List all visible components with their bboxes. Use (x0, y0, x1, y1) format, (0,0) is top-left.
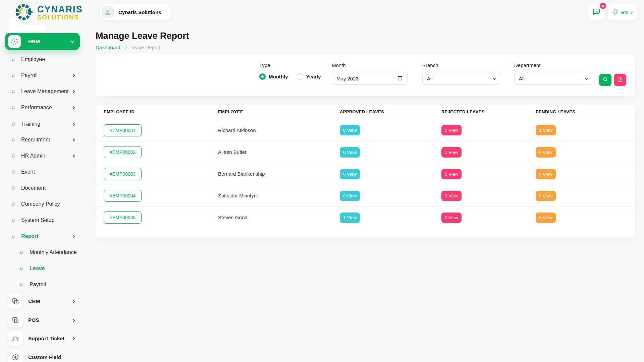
employee-id-button[interactable]: #EMP00003 (104, 168, 142, 180)
employee-id-button[interactable]: #EMP00001 (104, 124, 142, 136)
notifications-button[interactable]: 0 (588, 4, 604, 20)
department-select[interactable]: All (514, 72, 592, 85)
breadcrumb-current: Leave Report (130, 45, 160, 50)
month-input[interactable]: May 2023 (332, 72, 408, 85)
filter-panel: Type Monthly Yearly Month May 2023 (96, 54, 635, 96)
table-row: #EMP00005 Steven Good 1 View 0 View 0 Vi… (96, 206, 635, 228)
brand-logo: CYNARIS SOLUTIONS (15, 3, 83, 23)
chevron-right-icon (72, 318, 75, 322)
sidebar-item-company-policy[interactable]: Company Policy (0, 199, 87, 209)
sidebar-module-support-ticket[interactable]: Support Ticket (0, 330, 87, 347)
sidebar-item-leave-management[interactable]: Leave Management (0, 86, 87, 97)
overlapping-squares-icon (8, 294, 23, 309)
approved-leaves-badge[interactable]: 1 View (340, 213, 360, 223)
table-header-row: Employee ID Employee Approved Leaves Rej… (96, 105, 635, 119)
sidebar-item-report[interactable]: Report (0, 231, 87, 241)
chevron-right-icon (72, 235, 75, 238)
sidebar-item-system-setup[interactable]: System Setup (0, 215, 87, 225)
sidebar-item-monthly-attendance[interactable]: Monthly Attendance (0, 247, 87, 257)
breadcrumb-dashboard-link[interactable]: Dashboard (96, 45, 120, 50)
bullet-dot-icon (12, 154, 15, 158)
pending-leaves-badge[interactable]: 0 View (536, 147, 556, 158)
approved-leaves-badge[interactable]: 0 View (340, 191, 360, 201)
bullet-dot-icon (12, 219, 15, 222)
pending-leaves-badge[interactable]: 1 View (536, 125, 556, 135)
headset-icon (8, 331, 23, 346)
search-icon (602, 76, 608, 83)
column-header-approved-leaves: Approved Leaves (332, 109, 433, 114)
calendar-icon[interactable] (397, 75, 403, 82)
chevron-down-icon (493, 76, 496, 80)
bullet-dot-icon (20, 251, 23, 254)
chevron-right-icon (72, 74, 75, 77)
language-code: EN (621, 10, 628, 15)
page-title: Manage Leave Report (96, 31, 189, 41)
sidebar-item-training[interactable]: Training (0, 119, 87, 129)
sidebar-module-custom-field[interactable]: Custom Field (0, 349, 87, 362)
export-button[interactable] (614, 74, 626, 86)
rejected-leaves-badge[interactable]: 0 View (441, 191, 462, 201)
bullet-dot-icon (12, 58, 15, 61)
file-export-icon (617, 76, 623, 83)
overlapping-squares-icon (8, 313, 23, 327)
sidebar-item-report-payroll[interactable]: Payroll (0, 280, 87, 290)
radio-unselected-icon (297, 73, 303, 80)
department-label: Department (514, 62, 592, 68)
sidebar-item-document[interactable]: Document (0, 183, 87, 193)
sidebar-module-hrm-label: HRM (28, 39, 40, 44)
search-button[interactable] (599, 74, 611, 86)
employee-name: Aileen Butler (218, 149, 247, 155)
radio-monthly[interactable]: Monthly (259, 73, 288, 80)
branch-select[interactable]: All (422, 72, 500, 85)
table-row: #EMP00001 Richard Atkinson 0 View 0 View… (96, 119, 635, 141)
rejected-leaves-badge[interactable]: 1 View (441, 147, 462, 158)
sidebar-item-employee[interactable]: Employee (0, 54, 87, 64)
chevron-right-icon (72, 122, 75, 126)
employee-id-button[interactable]: #EMP00005 (104, 212, 142, 224)
sidebar-module-pos[interactable]: POS (0, 312, 87, 328)
rejected-leaves-badge[interactable]: 0 View (441, 213, 462, 223)
bullet-dot-icon (20, 267, 23, 270)
chat-bubble-icon (592, 7, 600, 17)
column-header-pending-leaves: Pending Leaves (528, 109, 635, 114)
sidebar-item-leave[interactable]: Leave (0, 263, 87, 274)
rejected-leaves-badge[interactable]: 0 View (441, 169, 462, 179)
approved-leaves-badge[interactable]: 0 View (340, 125, 360, 135)
brand-name-top: CYNARIS (37, 5, 83, 14)
sidebar-item-recruitment[interactable]: Recruitment (0, 135, 87, 145)
chevron-right-icon (72, 138, 75, 141)
column-header-employee-id: Employee ID (96, 109, 210, 114)
column-header-rejected-leaves: Rejected Leaves (433, 109, 528, 114)
bullet-dot-icon (12, 138, 15, 141)
table-row: #EMP00002 Aileen Butler 0 View 1 View 0 … (96, 141, 635, 163)
radio-yearly[interactable]: Yearly (297, 73, 321, 80)
bullet-dot-icon (12, 186, 15, 190)
employee-name: Salvador Mcintyre (218, 193, 258, 198)
sidebar-module-hrm[interactable]: HRM (5, 33, 80, 50)
pending-leaves-badge[interactable]: 0 View (536, 169, 556, 179)
approved-leaves-badge[interactable]: 0 View (340, 147, 360, 158)
table-row: #EMP00004 Salvador Mcintyre 0 View 0 Vie… (96, 185, 635, 206)
employee-id-button[interactable]: #EMP00002 (104, 146, 142, 158)
pending-leaves-badge[interactable]: 0 View (536, 213, 556, 223)
bullet-dot-icon (12, 106, 15, 109)
sidebar-module-crm[interactable]: CRM (0, 293, 87, 309)
pending-leaves-badge[interactable]: 0 View (536, 191, 556, 201)
employee-name: Richard Atkinson (218, 127, 256, 133)
chevron-right-icon (124, 46, 126, 49)
bullet-dot-icon (12, 170, 15, 174)
sidebar-item-payroll[interactable]: Payroll (0, 70, 87, 80)
company-selector[interactable]: Cynaris Solutions (100, 4, 171, 20)
language-selector[interactable]: EN (608, 4, 637, 20)
chevron-right-icon (72, 106, 75, 109)
sidebar-item-hr-admin[interactable]: HR Admin (0, 151, 87, 161)
company-name: Cynaris Solutions (118, 9, 161, 15)
column-header-employee: Employee (210, 109, 332, 114)
chevron-down-icon (70, 39, 74, 43)
approved-leaves-badge[interactable]: 0 View (340, 169, 360, 179)
rejected-leaves-badge[interactable]: 0 View (441, 125, 462, 135)
employee-id-button[interactable]: #EMP00004 (104, 190, 142, 202)
sidebar-item-performance[interactable]: Performance (0, 103, 87, 113)
sidebar-item-event[interactable]: Event (0, 167, 87, 177)
table-row: #EMP00003 Bernard Blankenship 0 View 0 V… (96, 163, 635, 185)
